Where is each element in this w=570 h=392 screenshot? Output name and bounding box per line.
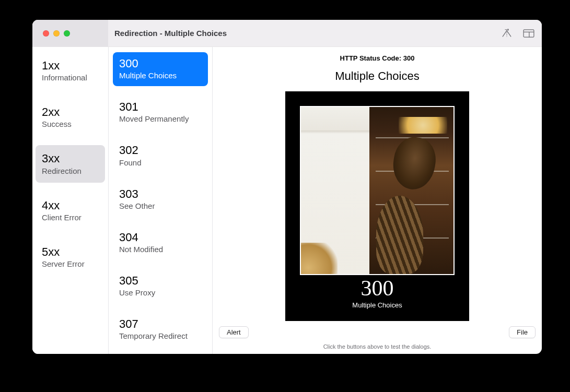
subcode-label: Use Proxy xyxy=(119,288,202,297)
category-label: Informational xyxy=(42,73,99,82)
subcode-code: 305 xyxy=(119,275,202,287)
category-item-3xx[interactable]: 3xxRedirection xyxy=(36,145,105,182)
app-window: Redirection - Multiple Choices 1xxInform… xyxy=(32,20,542,354)
detail-status-name: Multiple Choices xyxy=(335,69,419,83)
subcode-code: 303 xyxy=(119,188,202,200)
category-code: 4xx xyxy=(42,199,99,212)
category-sidebar: 1xxInformational2xxSuccess3xxRedirection… xyxy=(32,47,108,354)
subcode-label: Moved Permanently xyxy=(119,114,202,123)
subcode-sidebar: 300Multiple Choices301Moved Permanently3… xyxy=(108,47,213,354)
subcode-item-305[interactable]: 305Use Proxy xyxy=(113,269,208,303)
subcode-code: 304 xyxy=(119,231,202,244)
subcode-label: Multiple Choices xyxy=(119,71,202,80)
subcode-label: Not Modified xyxy=(119,245,202,254)
subcode-label: Found xyxy=(119,158,202,167)
detail-status-heading: HTTP Status Code: 300 xyxy=(340,54,415,62)
minimize-window-button[interactable] xyxy=(53,30,60,37)
subcode-item-301[interactable]: 301Moved Permanently xyxy=(113,96,208,129)
mirror-icon[interactable] xyxy=(501,28,513,39)
status-poster: 300 Multiple Choices xyxy=(285,91,469,321)
detail-pane: HTTP Status Code: 300 Multiple Choices 3… xyxy=(213,47,542,354)
window-controls xyxy=(32,30,108,37)
category-item-1xx[interactable]: 1xxInformational xyxy=(36,52,105,89)
subcode-code: 302 xyxy=(119,144,202,157)
category-label: Redirection xyxy=(42,167,99,175)
subcode-item-303[interactable]: 303See Other xyxy=(113,183,208,217)
svg-rect-0 xyxy=(524,29,534,37)
poster-photo xyxy=(300,106,455,275)
category-item-4xx[interactable]: 4xxClient Error xyxy=(36,192,105,229)
category-item-2xx[interactable]: 2xxSuccess xyxy=(36,99,105,136)
subcode-code: 307 xyxy=(119,318,202,330)
layout-icon[interactable] xyxy=(523,28,534,39)
category-code: 3xx xyxy=(42,152,99,165)
category-item-5xx[interactable]: 5xxServer Error xyxy=(36,239,105,276)
dialog-hint: Click the buttons above to test the dial… xyxy=(213,343,542,350)
poster-number: 300 xyxy=(361,277,394,299)
fullscreen-window-button[interactable] xyxy=(64,30,70,37)
subcode-item-302[interactable]: 302Found xyxy=(113,139,208,173)
subcode-label: Temporary Redirect xyxy=(119,331,202,340)
category-label: Server Error xyxy=(42,259,99,268)
category-code: 5xx xyxy=(42,246,99,258)
poster-caption: Multiple Choices xyxy=(352,301,402,309)
alert-button[interactable]: Alert xyxy=(219,326,249,338)
category-label: Success xyxy=(42,120,99,128)
file-button[interactable]: File xyxy=(509,326,536,338)
subcode-code: 301 xyxy=(119,101,202,113)
subcode-code: 300 xyxy=(119,57,202,70)
dialog-button-row: Alert File xyxy=(219,326,536,338)
content-body: 1xxInformational2xxSuccess3xxRedirection… xyxy=(32,47,542,354)
category-code: 2xx xyxy=(42,106,99,118)
window-title: Redirection - Multiple Choices xyxy=(108,29,227,38)
titlebar: Redirection - Multiple Choices xyxy=(32,20,542,47)
subcode-item-304[interactable]: 304Not Modified xyxy=(113,226,208,260)
category-label: Client Error xyxy=(42,213,99,222)
toolbar-right xyxy=(501,20,534,46)
subcode-item-307[interactable]: 307Temporary Redirect xyxy=(113,313,208,347)
subcode-item-300[interactable]: 300Multiple Choices xyxy=(113,52,208,86)
category-code: 1xx xyxy=(42,60,99,72)
subcode-label: See Other xyxy=(119,201,202,210)
close-window-button[interactable] xyxy=(43,30,49,37)
